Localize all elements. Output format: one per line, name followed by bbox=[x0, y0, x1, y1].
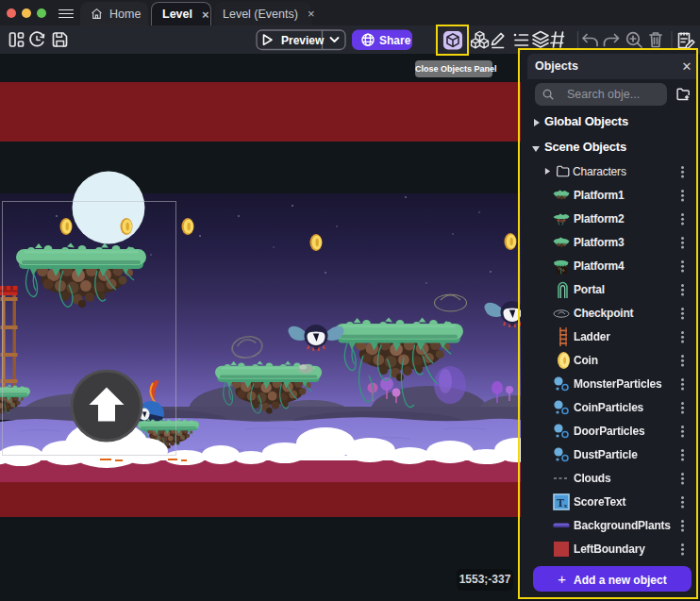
svg-text:Share: Share bbox=[379, 34, 411, 47]
svg-text:Preview: Preview bbox=[281, 34, 325, 47]
